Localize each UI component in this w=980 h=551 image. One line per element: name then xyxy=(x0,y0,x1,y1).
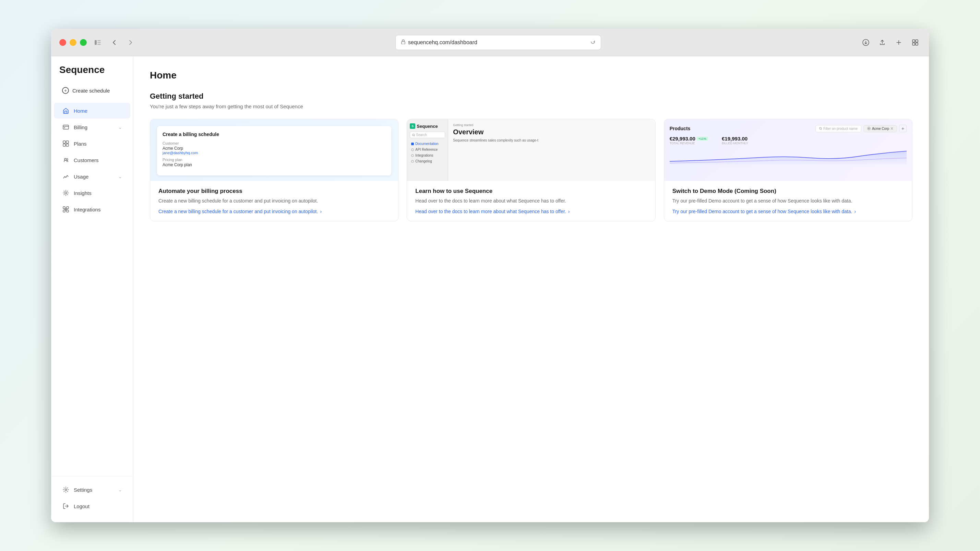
sidebar-item-customers[interactable]: Customers xyxy=(54,152,130,168)
svg-rect-8 xyxy=(912,43,915,45)
traffic-lights xyxy=(59,39,87,46)
tabs-button[interactable] xyxy=(910,37,921,48)
billing-card-body: Automate your billing process Create a n… xyxy=(150,181,398,221)
sidebar-item-integrations[interactable]: Integrations xyxy=(54,202,130,217)
close-button[interactable] xyxy=(59,39,66,46)
svg-rect-3 xyxy=(97,44,101,45)
docs-search-text: Search xyxy=(416,133,427,137)
cards-grid: Create a billing schedule Customer Acme … xyxy=(150,119,912,221)
sidebar-item-usage[interactable]: Usage ⌄ xyxy=(54,168,130,184)
docs-link-text: Head over to the docs to learn more abou… xyxy=(415,209,566,214)
demo-stats-row: €29,993.00 +11% TOTAL REVENUE €19,993.00… xyxy=(670,136,907,145)
demo-card-body: Switch to Demo Mode (Coming Soon) Try ou… xyxy=(664,181,912,221)
svg-point-28 xyxy=(819,127,822,130)
docs-logo-text: Sequence xyxy=(417,124,438,129)
minimize-button[interactable] xyxy=(70,39,76,46)
demo-card-link[interactable]: Try our pre-filled Demo account to get a… xyxy=(673,209,904,214)
sidebar-logout-label: Logout xyxy=(74,503,122,509)
sidebar-item-insights[interactable]: Insights xyxy=(54,185,130,201)
svg-point-23 xyxy=(412,133,415,136)
billing-link-text: Create a new billing schedule for a cust… xyxy=(158,209,318,214)
docs-card-desc: Head over to the docs to learn more abou… xyxy=(415,197,647,205)
usage-icon xyxy=(62,173,70,180)
address-bar[interactable]: sequencehq.com/dashboard xyxy=(395,35,601,50)
billing-form-title: Create a billing schedule xyxy=(162,132,386,137)
forward-button[interactable] xyxy=(125,37,136,48)
back-button[interactable] xyxy=(109,37,120,48)
docs-heading: Overview xyxy=(453,128,650,136)
docs-nav-api: API Reference xyxy=(410,147,445,152)
chevron-down-icon-settings: ⌄ xyxy=(118,487,122,492)
browser-chrome: sequencehq.com/dashboard xyxy=(51,29,929,56)
demo-add-filter-button[interactable]: + xyxy=(899,125,907,132)
page-title: Home xyxy=(150,70,912,81)
demo-billed-label: BILLED MONTHLY xyxy=(722,141,748,145)
svg-rect-18 xyxy=(63,206,65,209)
sidebar-insights-label: Insights xyxy=(74,190,122,196)
demo-revenue-value: €29,993.00 xyxy=(670,136,695,141)
billing-icon xyxy=(62,123,70,131)
billing-card-link[interactable]: Create a new billing schedule for a cust… xyxy=(158,209,390,214)
docs-nav-documentation: Documentation xyxy=(410,141,445,147)
logout-icon xyxy=(62,502,70,510)
sidebar-item-logout[interactable]: Logout xyxy=(54,498,130,514)
svg-point-26 xyxy=(412,154,414,156)
demo-products-title: Products xyxy=(670,126,690,131)
chevron-down-icon-usage: ⌄ xyxy=(118,174,122,179)
docs-nav-changelog: Changelog xyxy=(410,158,445,164)
create-schedule-label: Create schedule xyxy=(72,88,110,94)
docs-sidebar: S Sequence Search Docu xyxy=(407,119,448,181)
sidebar-customers-label: Customers xyxy=(74,157,122,163)
svg-rect-21 xyxy=(67,210,68,212)
share-button[interactable] xyxy=(877,37,888,48)
plans-icon xyxy=(62,140,70,147)
demo-billed-value: €19,993.00 xyxy=(722,136,748,141)
sidebar-item-plans[interactable]: Plans xyxy=(54,136,130,151)
svg-rect-20 xyxy=(63,210,65,212)
arrow-right-icon: › xyxy=(320,209,321,214)
settings-icon xyxy=(62,486,70,494)
svg-point-22 xyxy=(65,489,67,491)
app-logo: Sequence xyxy=(51,64,133,84)
docs-text: Sequence streamlines sales complexity su… xyxy=(453,138,650,143)
sidebar-item-settings[interactable]: Settings ⌄ xyxy=(54,482,130,497)
billing-plan-value: Acme Corp plan xyxy=(162,162,386,167)
svg-point-30 xyxy=(868,128,869,129)
demo-revenue-label: TOTAL REVENUE xyxy=(670,141,708,145)
sidebar-usage-label: Usage xyxy=(74,174,114,179)
demo-card-desc: Try our pre-filled Demo account to get a… xyxy=(673,197,904,205)
docs-logo-icon: S xyxy=(410,123,415,129)
demo-card[interactable]: Products Filter on product name Acme Cor… xyxy=(664,119,912,221)
svg-point-25 xyxy=(412,148,414,151)
svg-rect-9 xyxy=(916,43,918,45)
docs-content: Getting started Overview Sequence stream… xyxy=(448,119,655,181)
demo-filter-text: Filter on product name xyxy=(823,127,858,130)
fullscreen-button[interactable] xyxy=(80,39,87,46)
browser-actions xyxy=(860,37,921,48)
billing-preview: Create a billing schedule Customer Acme … xyxy=(150,119,398,181)
sidebar-item-home[interactable]: Home xyxy=(54,103,130,119)
billing-schedule-card[interactable]: Create a billing schedule Customer Acme … xyxy=(150,119,398,221)
svg-rect-24 xyxy=(412,143,414,144)
lock-icon xyxy=(401,40,405,45)
docs-card-link[interactable]: Head over to the docs to learn more abou… xyxy=(415,209,647,214)
docs-nav-integrations: Integrations xyxy=(410,152,445,158)
plus-circle-icon: + xyxy=(62,87,69,94)
docs-card[interactable]: S Sequence Search Docu xyxy=(407,119,655,221)
docs-search-bar: Search xyxy=(410,132,445,138)
new-tab-button[interactable] xyxy=(893,37,904,48)
download-button[interactable] xyxy=(860,37,871,48)
sidebar-item-billing[interactable]: Billing ⌄ xyxy=(54,119,130,135)
create-schedule-button[interactable]: + Create schedule xyxy=(55,84,129,97)
sidebar-toggle-button[interactable] xyxy=(92,37,103,48)
billing-plan-field: Pricing plan Acme Corp plan xyxy=(162,158,386,167)
svg-rect-10 xyxy=(63,125,68,129)
docs-preview-inner: S Sequence Search Docu xyxy=(407,119,655,181)
svg-rect-13 xyxy=(66,141,68,143)
reload-icon[interactable] xyxy=(590,40,595,46)
svg-rect-15 xyxy=(66,144,68,146)
demo-company-label: Acme Corp xyxy=(872,127,889,130)
demo-preview: Products Filter on product name Acme Cor… xyxy=(664,119,912,181)
arrow-right-icon-demo: › xyxy=(854,209,856,214)
chevron-down-icon: ⌄ xyxy=(118,125,122,130)
